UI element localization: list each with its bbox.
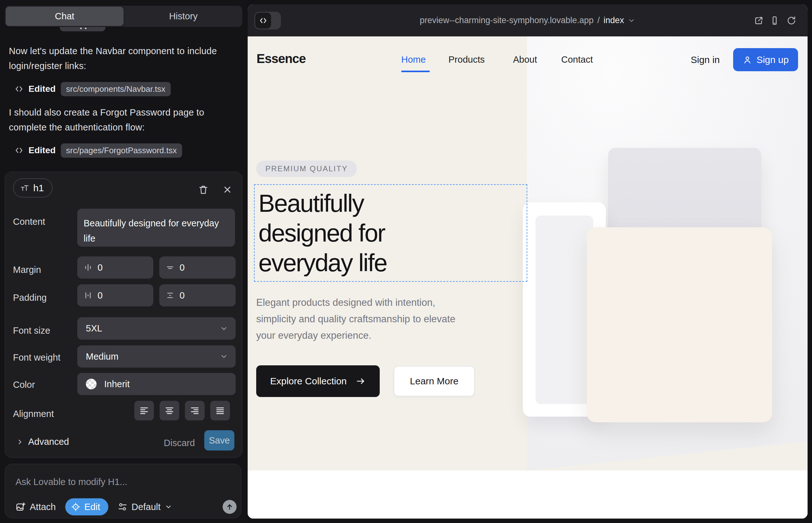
sliders-icon <box>118 502 127 511</box>
advanced-toggle[interactable]: Advanced <box>16 437 69 447</box>
chevron-down-icon <box>220 353 228 361</box>
align-center-icon <box>164 405 175 416</box>
font-size-value: 5XL <box>86 323 220 334</box>
align-left-button[interactable] <box>134 401 154 420</box>
edited-label: Edited <box>29 84 56 94</box>
sign-in-link[interactable]: Sign in <box>691 54 720 65</box>
send-button[interactable] <box>223 500 236 514</box>
model-selector[interactable]: Default <box>118 502 172 512</box>
color-select[interactable]: Inherit <box>77 373 236 395</box>
sign-up-label: Sign up <box>757 54 789 65</box>
code-icon <box>15 146 23 155</box>
headline-line: Beautifully <box>259 188 387 218</box>
delete-element-button[interactable] <box>195 181 212 198</box>
padding-x-input[interactable]: 0 <box>77 284 153 306</box>
save-button[interactable]: Save <box>204 430 234 451</box>
chat-sidebar: Chat History Now let's update the Navbar… <box>0 0 247 523</box>
premium-quality-badge: PREMIUM QUALITY <box>256 161 357 177</box>
edited-label: Edited <box>29 145 56 156</box>
selected-element-chip[interactable]: h1 <box>13 178 53 198</box>
font-size-select[interactable]: 5XL <box>77 317 236 340</box>
margin-y-value: 0 <box>180 263 184 273</box>
tab-chat-label: Chat <box>55 11 74 21</box>
code-icon <box>15 85 23 93</box>
close-editor-button[interactable] <box>219 181 236 198</box>
content-input[interactable]: Beautifully designed for everyday life <box>77 209 235 247</box>
attach-button[interactable]: Attach <box>16 502 56 512</box>
chevron-down-icon <box>165 503 172 511</box>
sign-up-button[interactable]: Sign up <box>733 48 798 71</box>
align-left-icon <box>139 405 149 416</box>
external-link-icon <box>754 16 763 25</box>
browser-chrome: preview--charming-site-symphony.lovable.… <box>248 4 808 36</box>
url-bar[interactable]: preview--charming-site-symphony.lovable.… <box>248 4 808 36</box>
padding-y-value: 0 <box>180 290 184 301</box>
edit-mode-button[interactable]: Edit <box>65 498 108 516</box>
tab-history[interactable]: History <box>124 6 242 27</box>
explore-collection-button[interactable]: Explore Collection <box>256 365 380 397</box>
content-label: Content <box>13 217 45 227</box>
open-external-button[interactable] <box>754 16 763 25</box>
typography-icon <box>20 183 30 193</box>
user-icon <box>743 55 752 65</box>
site-preview: Essence Home Products About Contact Sign… <box>248 36 808 519</box>
decor-card-white-inner <box>535 216 593 404</box>
nav-link-products[interactable]: Products <box>448 54 484 65</box>
nav-link-about[interactable]: About <box>513 54 537 65</box>
nav-link-contact[interactable]: Contact <box>561 54 593 65</box>
learn-more-button[interactable]: Learn More <box>394 366 475 396</box>
advanced-label: Advanced <box>28 437 69 447</box>
refresh-icon <box>787 16 796 25</box>
alignment-label: Alignment <box>13 409 54 419</box>
padding-y-input[interactable]: 0 <box>159 284 236 306</box>
padding-x-value: 0 <box>98 290 103 301</box>
edit-mode-label: Edit <box>84 502 100 512</box>
dot <box>80 28 82 29</box>
discard-button[interactable]: Discard <box>164 438 195 448</box>
prompt-input[interactable]: Ask Lovable to modify H1... <box>16 477 127 487</box>
composer-toolbar: Attach Edit Default <box>16 498 172 516</box>
selected-element-tag: h1 <box>33 183 44 194</box>
margin-y-input[interactable]: 0 <box>159 256 236 278</box>
font-weight-label: Font weight <box>13 353 60 363</box>
margin-x-value: 0 <box>98 263 103 273</box>
file-chip[interactable]: src/components/Navbar.tsx <box>61 82 171 96</box>
nav-link-home[interactable]: Home <box>401 54 426 65</box>
preview-frame: preview--charming-site-symphony.lovable.… <box>248 4 808 519</box>
align-right-icon <box>190 405 200 416</box>
font-size-label: Font size <box>13 325 50 336</box>
trash-icon <box>198 184 209 195</box>
align-center-button[interactable] <box>160 401 179 420</box>
headline-line: everyday life <box>259 248 387 278</box>
prompt-composer: Ask Lovable to modify H1... Attach Edit … <box>5 464 241 518</box>
explore-collection-label: Explore Collection <box>270 376 347 386</box>
target-icon <box>71 502 81 511</box>
tab-chat[interactable]: Chat <box>6 7 124 26</box>
headline-line: designed for <box>259 218 387 248</box>
smartphone-icon <box>770 16 779 25</box>
url-separator: / <box>597 16 600 25</box>
mobile-view-button[interactable] <box>770 16 779 25</box>
attach-image-icon <box>16 502 26 512</box>
file-chip[interactable]: src/pages/ForgotPassword.tsx <box>61 143 182 158</box>
site-logo[interactable]: Essence <box>257 52 306 66</box>
margin-x-input[interactable]: 0 <box>77 256 153 278</box>
refresh-button[interactable] <box>787 16 796 25</box>
edited-file-row: Edited src/pages/ForgotPassword.tsx <box>15 143 182 158</box>
padding-label: Padding <box>13 292 47 303</box>
align-justify-button[interactable] <box>210 401 230 420</box>
chevron-down-icon <box>628 17 635 24</box>
align-right-button[interactable] <box>185 401 205 420</box>
padding-horizontal-icon <box>84 291 92 300</box>
next-section <box>248 470 808 519</box>
element-editor-panel: h1 Content Beautifully designed for ever… <box>5 172 242 458</box>
font-weight-select[interactable]: Medium <box>77 345 236 367</box>
chevron-down-icon <box>220 325 228 333</box>
url-path: index <box>604 16 624 25</box>
hero-description: Elegant products designed with intention… <box>256 294 475 344</box>
chat-history-tabbar: Chat History <box>5 6 242 27</box>
margin-vertical-icon <box>166 263 175 272</box>
chat-message: I should also create a Forgot Password p… <box>9 105 227 135</box>
scrolled-chip-peek <box>60 27 105 31</box>
url-domain: preview--charming-site-symphony.lovable.… <box>420 16 594 25</box>
